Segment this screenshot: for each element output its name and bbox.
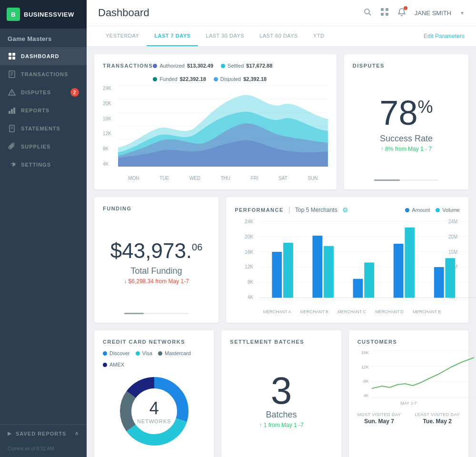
sidebar-item-supplies[interactable]: SUPPLIES bbox=[0, 138, 87, 156]
transactions-legend: Authorized $13,302.49 Settled $17,672.88… bbox=[153, 63, 327, 82]
logo-icon: B bbox=[7, 8, 20, 21]
disputed-dot bbox=[214, 77, 218, 81]
sidebar-item-label: DISPUTES bbox=[21, 89, 51, 95]
svg-rect-37 bbox=[283, 243, 293, 298]
grid-icon bbox=[8, 52, 16, 60]
performance-header: PERFORMANCE | Top 5 Merchants ⚙ Amount V… bbox=[235, 206, 460, 214]
customers-card: CUSTOMERS 16K 12K 8K 4K bbox=[349, 330, 468, 457]
sidebar-item-transactions[interactable]: TRANSACTIONS bbox=[0, 65, 87, 83]
svg-rect-13 bbox=[13, 108, 15, 114]
amex-dot bbox=[103, 363, 107, 367]
x-label: MON bbox=[128, 176, 139, 181]
apps-icon[interactable] bbox=[380, 8, 389, 19]
networks-count: 4 bbox=[137, 398, 171, 418]
notification-badge bbox=[404, 6, 407, 10]
least-visited-label: LEAST VISITED DAY bbox=[415, 412, 460, 417]
row-2: FUNDING $43,973.06 Total Funding ↓ $6,29… bbox=[94, 197, 468, 323]
bar-chart-svg bbox=[258, 219, 476, 300]
top-bar: Dashboard JANE SMITH ▼ bbox=[87, 0, 476, 26]
transactions-card: TRANSACTIONS Authorized $13,302.49 Settl… bbox=[94, 54, 337, 189]
user-name[interactable]: JANE SMITH bbox=[415, 10, 451, 17]
doc-icon bbox=[8, 124, 16, 133]
filter-icon[interactable]: ⚙ bbox=[342, 206, 348, 214]
sidebar-item-label: TRANSACTIONS bbox=[21, 71, 68, 77]
paperclip-icon bbox=[8, 142, 16, 151]
sidebar-item-settings[interactable]: SETTINGS bbox=[0, 156, 87, 174]
x-label: TUE bbox=[159, 176, 169, 181]
sidebar: B BUSINESSVIEW Game Masters DASHBOARD TR… bbox=[0, 0, 87, 457]
sidebar-item-label: DASHBOARD bbox=[21, 53, 60, 59]
transactions-header: TRANSACTIONS Authorized $13,302.49 Settl… bbox=[103, 63, 328, 82]
search-icon[interactable] bbox=[363, 8, 372, 19]
merchant-b: MERCHANT B bbox=[300, 309, 328, 314]
batches-change: ↑ 1 from May 1 -7 bbox=[259, 422, 303, 428]
sidebar-item-disputes[interactable]: DISPUTES 2 bbox=[0, 83, 87, 101]
svg-rect-0 bbox=[9, 53, 11, 56]
donut-center: 4 NETWORKS bbox=[137, 398, 171, 424]
top-actions: JANE SMITH ▼ bbox=[363, 8, 465, 19]
legend-settled: Settled $17,672.88 bbox=[221, 63, 272, 69]
merchant-name: Game Masters bbox=[0, 29, 87, 47]
authorized-label: Authorized bbox=[159, 63, 185, 69]
amount-dot bbox=[405, 208, 409, 212]
merchant-d: MERCHANT D bbox=[375, 309, 404, 314]
customers-svg bbox=[372, 350, 474, 398]
donut-legend: Discover Visa Mastercard AMEX bbox=[103, 350, 205, 368]
funded-label: Funded bbox=[159, 76, 177, 82]
svg-rect-21 bbox=[381, 13, 384, 16]
legend-mastercard: Mastercard bbox=[158, 350, 191, 356]
sidebar-item-label: STATEMENTS bbox=[21, 126, 60, 131]
visa-label: Visa bbox=[142, 350, 152, 356]
merchant-c: MERCHANT C bbox=[337, 309, 366, 314]
sidebar-item-statements[interactable]: STATEMENTS bbox=[0, 119, 87, 138]
legend-amount: Amount bbox=[405, 207, 430, 213]
performance-subtitle: Top 5 Merchants bbox=[295, 207, 337, 213]
sidebar-item-dashboard[interactable]: DASHBOARD bbox=[0, 47, 87, 65]
tab-last30days[interactable]: LAST 30 DAYS bbox=[198, 26, 252, 46]
credit-card-networks-card: CREDIT CARD NETWORKS Discover Visa Maste… bbox=[94, 330, 214, 457]
svg-rect-45 bbox=[446, 258, 456, 298]
authorized-dot bbox=[153, 64, 157, 68]
tab-yesterday[interactable]: YESTERDAY bbox=[98, 26, 147, 46]
credit-card-title: CREDIT CARD NETWORKS bbox=[103, 339, 205, 345]
visa-dot bbox=[136, 351, 140, 356]
svg-rect-19 bbox=[381, 8, 384, 11]
svg-rect-41 bbox=[364, 263, 374, 298]
saved-reports-item[interactable]: ▶ SAVED REPORTS ∧ bbox=[0, 425, 87, 442]
authorized-value: $13,302.49 bbox=[187, 63, 213, 69]
saved-reports-label: SAVED REPORTS bbox=[16, 431, 66, 437]
month-range-label: MAY 1-7 bbox=[357, 401, 460, 406]
most-visited-label: MOST VISITED DAY bbox=[357, 412, 401, 417]
most-visited-value: Sun. May 7 bbox=[357, 418, 401, 425]
svg-rect-12 bbox=[11, 109, 13, 114]
transactions-chart: 24K 20K 16K 12K 8K 4K bbox=[103, 86, 328, 181]
x-label: SAT bbox=[278, 176, 288, 181]
svg-point-10 bbox=[11, 94, 12, 95]
amex-label: AMEX bbox=[109, 362, 124, 368]
notification-icon[interactable] bbox=[397, 8, 406, 19]
funding-change: ↓ $6,298.34 from May 1-7 bbox=[124, 278, 189, 285]
legend-disputed: Disputed $2,392.18 bbox=[214, 76, 267, 82]
y-axis-left: 24K 20K 16K 12K 8K 4K bbox=[235, 219, 256, 300]
svg-rect-43 bbox=[405, 228, 415, 298]
sidebar-item-reports[interactable]: REPORTS bbox=[0, 101, 87, 119]
success-rate-label: Success Rate bbox=[380, 134, 433, 144]
donut-chart: 4 NETWORKS bbox=[103, 373, 205, 449]
tabs-bar: YESTERDAY LAST 7 DAYS LAST 30 DAYS LAST … bbox=[87, 26, 476, 47]
legend-visa: Visa bbox=[136, 350, 152, 356]
svg-rect-20 bbox=[386, 8, 388, 11]
y-label: 24K bbox=[103, 86, 117, 91]
settled-dot bbox=[221, 64, 225, 68]
edit-parameters-link[interactable]: Edit Parameters bbox=[424, 33, 465, 40]
svg-rect-36 bbox=[272, 252, 282, 298]
tab-last7days[interactable]: LAST 7 DAYS bbox=[147, 26, 198, 46]
svg-rect-2 bbox=[9, 57, 11, 60]
mastercard-dot bbox=[158, 351, 162, 356]
tab-last60days[interactable]: LAST 60 DAYS bbox=[252, 26, 306, 46]
transactions-title: TRANSACTIONS bbox=[103, 63, 153, 69]
sidebar-item-label: REPORTS bbox=[21, 108, 50, 113]
play-icon: ▶ bbox=[8, 431, 12, 436]
x-axis-merchants: MERCHANT A MERCHANT B MERCHANT C MERCHAN… bbox=[258, 309, 446, 314]
most-visited: MOST VISITED DAY Sun. May 7 bbox=[357, 412, 401, 425]
tab-ytd[interactable]: YTD bbox=[306, 26, 332, 46]
